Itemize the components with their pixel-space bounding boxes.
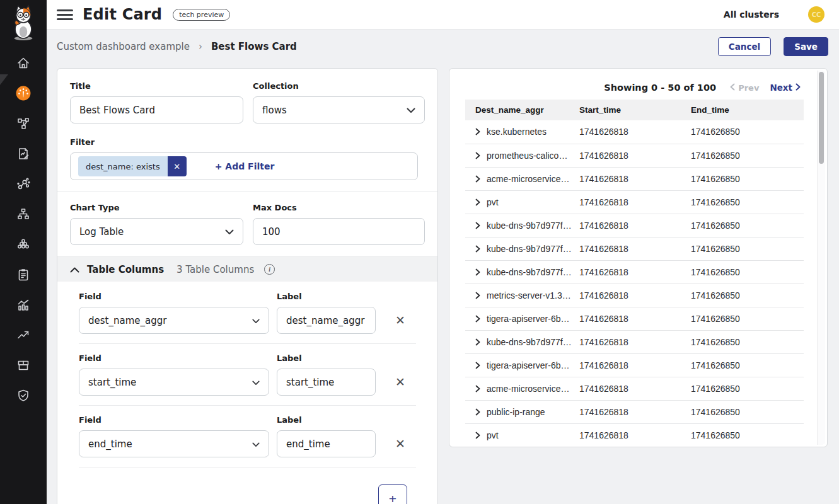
chevron-down-icon [225, 226, 234, 238]
cell-dest-name-aggr: tigera-apiserver-6b… [465, 353, 579, 377]
expand-row-icon[interactable] [475, 314, 480, 324]
dashboard-gauge-icon [16, 86, 31, 103]
cell-dest-name-aggr: prometheus-calico… [465, 144, 579, 167]
expand-row-icon[interactable] [475, 174, 480, 184]
calico-cat-logo-icon[interactable] [0, 0, 47, 45]
expand-row-icon[interactable] [475, 267, 480, 277]
field-select[interactable]: dest_name_aggr [79, 307, 269, 334]
expand-row-icon[interactable] [475, 430, 480, 440]
column-header-dest-name-aggr[interactable]: Dest_name_aggr [465, 100, 579, 120]
table-row[interactable]: kse.kubernetes17416268181741626850 [465, 120, 804, 144]
table-column-row: Field start_time Label ✕ [79, 353, 416, 406]
table-header-row: Dest_name_aggr Start_time End_time [465, 100, 804, 120]
cell-start-time: 1741626818 [579, 400, 691, 423]
expand-row-icon[interactable] [475, 337, 480, 347]
graph-nodes-icon [16, 177, 30, 193]
vertical-scrollbar[interactable] [817, 71, 825, 445]
filter-label: Filter [70, 137, 425, 147]
field-label: Field [79, 415, 269, 425]
expand-row-icon[interactable] [475, 290, 480, 301]
sidebar-item-service-graph[interactable] [0, 109, 47, 139]
table-row[interactable]: acme-microservice…17416268181741626850 [465, 167, 804, 190]
remove-column-button[interactable]: ✕ [392, 307, 408, 334]
sidebar-item-analytics[interactable] [0, 290, 47, 321]
expand-row-icon[interactable] [475, 407, 480, 417]
label-label: Label [277, 292, 376, 301]
cancel-button[interactable]: Cancel [718, 37, 771, 56]
breadcrumb-parent[interactable]: Custom dashboard example [57, 41, 190, 52]
sidebar-item-reports[interactable] [0, 139, 47, 169]
expand-row-icon[interactable] [475, 220, 480, 231]
table-row[interactable]: pvt17416268181741626850 [465, 190, 804, 214]
cell-start-time: 1741626818 [579, 214, 691, 237]
sidebar-item-security[interactable] [0, 381, 47, 411]
chart-type-label: Chart Type [70, 203, 243, 212]
cluster-selector[interactable]: All clusters [724, 9, 779, 20]
table-row[interactable]: pvt17416268181741626850 [465, 423, 804, 447]
breadcrumb-current: Best Flows Card [211, 41, 297, 52]
sidebar [0, 0, 47, 504]
label-input[interactable] [277, 430, 376, 457]
max-docs-input[interactable] [253, 218, 425, 245]
cell-start-time: 1741626818 [579, 120, 691, 144]
table-row[interactable]: kube-dns-9b7d977f…17416268181741626850 [465, 260, 804, 284]
sidebar-item-packages[interactable] [0, 351, 47, 381]
collection-select[interactable]: flows [253, 96, 425, 123]
cell-end-time: 1741626850 [691, 237, 804, 260]
expand-row-icon[interactable] [475, 384, 480, 394]
results-panel: Showing 0 - 50 of 100 Prev Next Dest_nam… [449, 68, 828, 447]
scrollbar-thumb[interactable] [819, 72, 824, 164]
table-row[interactable]: kube-dns-9b7d977f…17416268181741626850 [465, 237, 804, 260]
table-row[interactable]: public-ip-range17416268181741626850 [465, 400, 804, 423]
sidebar-item-compliance[interactable] [0, 260, 47, 290]
table-row[interactable]: tigera-apiserver-6b…17416268181741626850 [465, 353, 804, 377]
shield-check-icon [16, 389, 30, 404]
save-button[interactable]: Save [784, 37, 828, 56]
table-row[interactable]: kube-dns-9b7d977f…17416268181741626850 [465, 330, 804, 353]
sidebar-item-clusters[interactable] [0, 230, 47, 260]
sidebar-item-hierarchy[interactable] [0, 200, 47, 230]
add-column-button[interactable]: + [378, 484, 407, 504]
title-input[interactable] [70, 96, 243, 123]
sidebar-item-flow-graph[interactable] [0, 169, 47, 200]
menu-toggle-button[interactable] [57, 8, 73, 21]
breadcrumb: Custom dashboard example › Best Flows Ca… [57, 41, 297, 52]
field-select[interactable]: end_time [79, 430, 269, 457]
trend-arrow-icon [16, 328, 30, 344]
table-row[interactable]: metrics-server-v1.3…17416268181741626850 [465, 284, 804, 307]
expand-row-icon[interactable] [475, 197, 480, 207]
column-header-end-time[interactable]: End_time [691, 100, 804, 120]
prev-page-button[interactable]: Prev [730, 83, 759, 93]
cell-dest-name-aggr: acme-microservice… [465, 167, 579, 190]
info-icon[interactable]: i [264, 264, 275, 275]
cell-end-time: 1741626850 [691, 260, 804, 284]
remove-column-button[interactable]: ✕ [392, 430, 408, 457]
column-header-start-time[interactable]: Start_time [579, 100, 691, 120]
cell-start-time: 1741626818 [579, 167, 691, 190]
label-input[interactable] [277, 369, 376, 396]
expand-row-icon[interactable] [475, 151, 480, 161]
next-page-button[interactable]: Next [770, 83, 801, 93]
table-row[interactable]: acme-microservice…17416268181741626850 [465, 377, 804, 400]
cell-dest-name-aggr: pvt [465, 190, 579, 214]
table-row[interactable]: kube-dns-9b7d977f…17416268181741626850 [465, 214, 804, 237]
table-columns-header[interactable]: Table Columns 3 Table Columns i [57, 257, 437, 282]
chevron-down-icon [252, 315, 260, 326]
expand-row-icon[interactable] [475, 244, 480, 254]
cell-dest-name-aggr: kube-dns-9b7d977f… [465, 237, 579, 260]
filter-chip-remove-button[interactable]: ✕ [168, 156, 187, 176]
content-area: Custom dashboard example › Best Flows Ca… [47, 30, 839, 504]
expand-row-icon[interactable] [475, 127, 480, 137]
expand-row-icon[interactable] [475, 360, 480, 370]
avatar[interactable]: CC [808, 6, 825, 23]
add-filter-button[interactable]: + Add Filter [215, 161, 275, 171]
report-edit-icon [16, 147, 30, 163]
sidebar-item-trends[interactable] [0, 321, 47, 351]
remove-column-button[interactable]: ✕ [392, 369, 408, 396]
chevron-up-icon[interactable] [70, 263, 79, 275]
chart-type-select[interactable]: Log Table [70, 218, 243, 245]
field-select[interactable]: start_time [79, 369, 269, 396]
table-row[interactable]: prometheus-calico…17416268181741626850 [465, 144, 804, 167]
table-row[interactable]: tigera-apiserver-6b…17416268181741626850 [465, 307, 804, 330]
label-input[interactable] [277, 307, 376, 334]
